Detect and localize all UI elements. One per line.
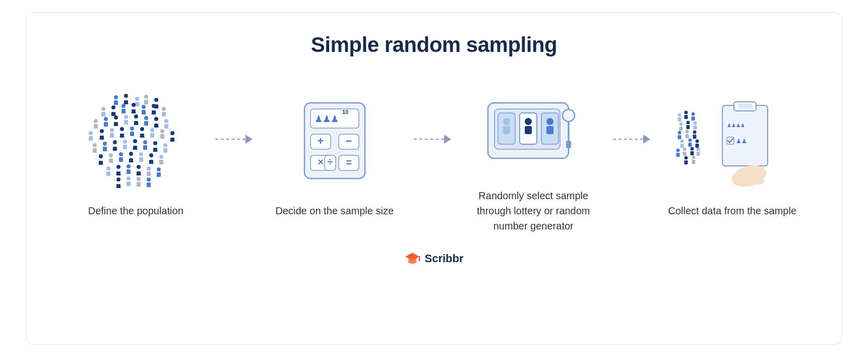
dashed-arrow-3	[613, 135, 653, 144]
dashed-arrow-1	[215, 135, 256, 144]
svg-text:×: ×	[318, 156, 324, 167]
svg-point-31	[546, 118, 553, 125]
dashed-arrow-2	[414, 135, 454, 144]
step-3: Randomly select sample through lottery o…	[454, 75, 613, 233]
svg-text:=: =	[346, 157, 352, 168]
brand-name: Scribbr	[424, 252, 463, 265]
scribbr-logo-icon	[404, 252, 420, 266]
svg-rect-43	[675, 97, 678, 101]
svg-point-36	[675, 93, 678, 97]
svg-point-2	[79, 93, 83, 97]
svg-point-34	[563, 109, 575, 122]
step-2: ♟♟♟ 10 + − = × ÷	[256, 90, 414, 218]
svg-text:♟♟♟: ♟♟♟	[315, 114, 339, 124]
svg-point-4	[79, 93, 83, 97]
step-2-label: Decide on the sample size	[275, 203, 394, 218]
svg-rect-41	[675, 97, 678, 101]
slot-machine-icon	[480, 75, 586, 176]
arrow-2	[414, 135, 454, 174]
svg-rect-5	[79, 98, 83, 102]
step-1-label: Define the population	[88, 203, 183, 218]
svg-rect-3	[79, 98, 83, 102]
page-title: Simple random sampling	[311, 33, 557, 57]
svg-rect-7	[79, 98, 83, 102]
svg-rect-35	[566, 141, 571, 148]
svg-point-27	[503, 118, 510, 125]
svg-rect-32	[546, 126, 553, 134]
svg-point-38	[675, 93, 678, 97]
svg-text:♟♟♟♟: ♟♟♟♟	[727, 123, 745, 128]
step-1: Define the population	[56, 90, 215, 218]
step-4: ♟♟♟♟ ♟♟ Collect data from the sample	[653, 90, 812, 218]
main-card: Simple random sampling	[26, 12, 842, 345]
svg-point-29	[525, 118, 532, 125]
svg-text:♟♟: ♟♟	[736, 138, 747, 145]
svg-text:÷: ÷	[327, 156, 333, 167]
step-4-label: Collect data from the sample	[668, 203, 796, 218]
svg-point-40	[675, 93, 678, 97]
collect-data-icon: ♟♟♟♟ ♟♟	[674, 90, 790, 191]
svg-rect-39	[675, 97, 678, 101]
svg-point-42	[675, 93, 678, 97]
step-3-label: Randomly select sample through lottery o…	[468, 188, 599, 233]
svg-text:−: −	[345, 135, 352, 147]
svg-text:10: 10	[342, 109, 348, 115]
svg-text:+: +	[317, 135, 324, 147]
svg-rect-1	[79, 99, 83, 103]
svg-rect-30	[525, 126, 532, 134]
arrow-1	[215, 135, 256, 174]
svg-rect-28	[503, 126, 510, 134]
svg-rect-44	[722, 105, 768, 166]
svg-rect-46	[738, 103, 752, 108]
svg-point-0	[79, 93, 83, 97]
footer: Scribbr	[404, 252, 463, 266]
arrow-3	[613, 135, 653, 174]
population-icon	[78, 90, 194, 191]
svg-point-6	[79, 93, 83, 97]
svg-rect-37	[675, 97, 678, 101]
steps-row: Define the population ♟♟♟ 10	[56, 75, 812, 233]
calculator-icon: ♟♟♟ 10 + − = × ÷	[294, 90, 375, 191]
